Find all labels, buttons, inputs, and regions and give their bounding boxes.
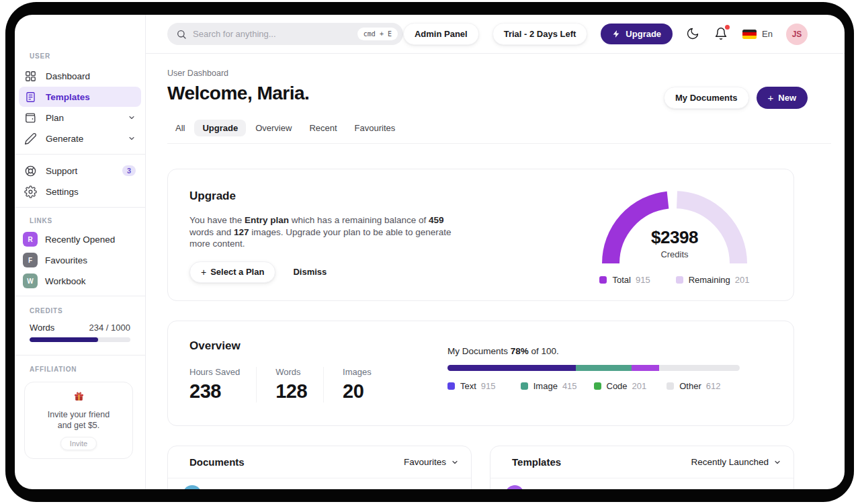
legend-item-remaining: Remaining 201 [676, 275, 750, 285]
tab-all[interactable]: All [167, 120, 193, 136]
template-list-item[interactable]: Blog Post Title in Workbook [490, 478, 793, 489]
page-title: Welcome, Maria. [167, 83, 309, 104]
bar-segment-image [576, 365, 632, 371]
sidebar-link-label: Workbook [45, 276, 86, 286]
sidebar-section-user-label: USER [30, 52, 145, 60]
template-avatar [505, 485, 524, 489]
sidebar-item-settings[interactable]: Settings [19, 181, 141, 202]
progress-caption: My Documents 78% of 100. [447, 346, 740, 356]
sidebar-divider [15, 355, 145, 355]
dashboard-grid-icon [24, 70, 37, 83]
templates-card-title: Templates [512, 456, 561, 468]
documents-card-header: Documents Favourites [168, 446, 471, 478]
documents-filter-dropdown[interactable]: Favourites [404, 457, 459, 467]
gauge-center-labels: $2398 Credits [601, 227, 748, 259]
sidebar: USER Dashboard Templates [15, 15, 146, 489]
chevron-down-icon [773, 458, 781, 466]
templates-filter-dropdown[interactable]: Recently Launched [691, 457, 781, 467]
topbar-actions: Admin Panel Trial - 2 Days Left Upgrade [403, 23, 808, 45]
sidebar-divider [15, 154, 145, 155]
notification-dot [725, 25, 730, 30]
language-selector[interactable]: En [742, 29, 773, 39]
topbar: cmd + E Admin Panel Trial - 2 Days Left … [146, 15, 845, 54]
tab-upgrade[interactable]: Upgrade [194, 120, 246, 136]
documents-card: Documents Favourites Untitled Document i… [167, 446, 472, 489]
upgrade-button[interactable]: Upgrade [601, 24, 673, 44]
dark-mode-moon-icon[interactable] [686, 27, 701, 42]
search-bar[interactable]: cmd + E [167, 23, 403, 45]
select-plan-button[interactable]: + Select a Plan [189, 261, 275, 283]
my-documents-button[interactable]: My Documents [664, 87, 748, 109]
sidebar-item-label: Plan [46, 113, 64, 123]
legend-item-other: Other 612 [667, 381, 740, 391]
sidebar-nav: Dashboard Templates Plan [15, 66, 145, 149]
document-avatar [183, 485, 202, 489]
templates-card: Templates Recently Launched Blog Post Ti… [490, 446, 794, 489]
language-label: En [762, 29, 773, 39]
credits-value: 234 / 1000 [89, 323, 130, 333]
sidebar-link-label: Favourites [45, 255, 87, 265]
sidebar-item-support[interactable]: Support 3 [19, 161, 141, 181]
search-shortcut-badge: cmd + E [357, 28, 398, 40]
documents-card-title: Documents [189, 456, 245, 468]
main-area: cmd + E Admin Panel Trial - 2 Days Left … [146, 15, 845, 489]
support-count-badge: 3 [122, 165, 136, 176]
credits-gauge-chart: $2398 Credits Total 915 Remaining [601, 190, 748, 285]
trial-status-button[interactable]: Trial - 2 Days Left [492, 23, 588, 45]
search-input[interactable] [193, 29, 357, 39]
link-initial-badge: R [23, 232, 38, 247]
sidebar-link-favourites[interactable]: F Favourites [19, 250, 141, 270]
legend-item-image: Image 415 [521, 381, 594, 391]
sidebar-link-workbook[interactable]: W Workbook [19, 271, 141, 291]
lightning-bolt-icon [612, 30, 621, 38]
legend-swatch [667, 382, 674, 390]
legend-swatch [676, 276, 683, 284]
gift-icon [73, 390, 85, 405]
document-list-item[interactable]: Untitled Document in Workbook [168, 478, 471, 489]
overview-card: Overview Hours Saved 238 Words 128 Image… [167, 321, 794, 426]
sidebar-link-label: Recently Opened [45, 235, 115, 245]
stacked-progress-bar [447, 365, 740, 371]
bar-segment-code [632, 365, 659, 371]
admin-panel-button[interactable]: Admin Panel [403, 23, 479, 45]
sidebar-link-recently-opened[interactable]: R Recently Opened [19, 229, 141, 249]
sidebar-item-dashboard[interactable]: Dashboard [19, 66, 141, 86]
sidebar-item-plan[interactable]: Plan [19, 108, 141, 128]
stat-hours-saved: Hours Saved 238 [189, 367, 257, 403]
german-flag-icon [742, 30, 757, 39]
credits-progress-fill [30, 337, 98, 342]
generate-pencil-icon [24, 132, 37, 145]
new-button[interactable]: + New [757, 87, 808, 109]
stat-words: Words 128 [275, 367, 324, 403]
legend-swatch [594, 382, 601, 390]
tab-favourites[interactable]: Favourites [347, 120, 404, 136]
notifications-bell-icon[interactable] [714, 27, 729, 42]
gauge-legend: Total 915 Remaining 201 [601, 275, 748, 285]
templates-document-icon [24, 91, 37, 103]
plan-wallet-icon [24, 112, 37, 124]
dashboard-content: User Dashboard Welcome, Maria. My Docume… [146, 54, 845, 489]
affiliation-card: Invite your friend and get $5. Invite [24, 382, 133, 459]
chevron-down-icon [128, 134, 136, 142]
search-icon [176, 29, 187, 40]
credits-progress-track [30, 337, 130, 342]
dismiss-button[interactable]: Dismiss [293, 267, 327, 277]
documents-progress-chart: My Documents 78% of 100. Text 915 [447, 346, 740, 391]
sidebar-item-templates[interactable]: Templates [19, 87, 141, 107]
sidebar-links: R Recently Opened F Favourites W Workboo… [15, 229, 145, 291]
app-window: USER Dashboard Templates [15, 15, 845, 489]
breadcrumb: User Dashboard [167, 69, 309, 78]
tab-recent[interactable]: Recent [301, 120, 345, 136]
sidebar-item-label: Templates [46, 92, 90, 102]
sidebar-item-label: Settings [46, 187, 79, 197]
invite-button[interactable]: Invite [60, 437, 97, 450]
bar-segment-text [447, 365, 576, 371]
gauge-amount: $2398 [601, 227, 748, 248]
user-avatar[interactable]: JS [786, 24, 808, 45]
sidebar-nav-secondary: Support 3 Settings [15, 161, 145, 202]
tab-overview[interactable]: Overview [247, 120, 300, 136]
tabs-divider [167, 143, 831, 144]
sidebar-item-generate[interactable]: Generate [19, 128, 141, 149]
upgrade-card: Upgrade You have the Entry plan which ha… [167, 169, 794, 301]
link-initial-badge: F [23, 253, 38, 267]
